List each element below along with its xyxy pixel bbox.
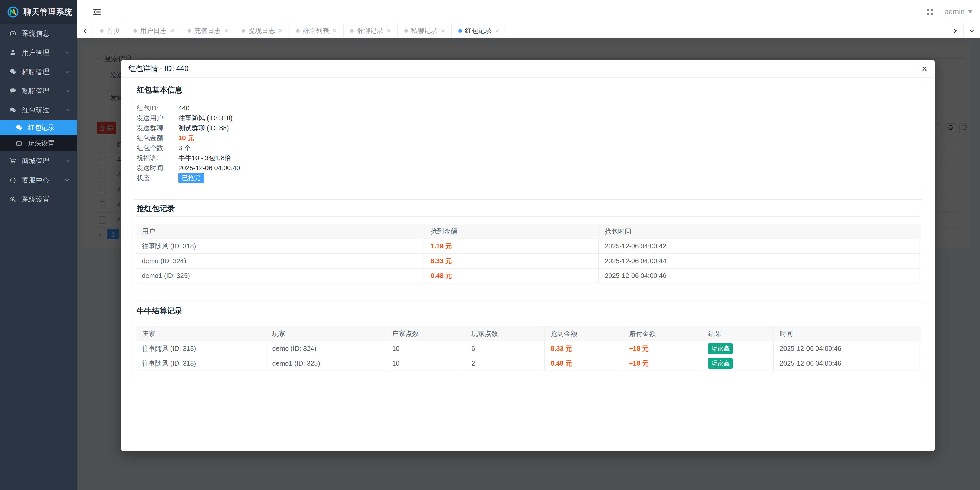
logo: 聊天管理系统 [0, 0, 77, 24]
chevron-up-icon [64, 107, 70, 113]
table-cell: 2025-12-06 04:00:44 [598, 254, 920, 268]
sidebar-item-私聊管理[interactable]: 私聊管理 [0, 81, 77, 101]
field-value: 往事随风 (ID: 318) [178, 114, 232, 123]
tab-close-icon[interactable]: × [333, 27, 337, 35]
tab-close-icon[interactable]: × [441, 27, 445, 35]
tab-close-icon[interactable]: × [170, 27, 174, 35]
tab-close-icon[interactable]: × [224, 27, 228, 35]
tab-充值日志[interactable]: 充值日志× [181, 24, 235, 38]
tab-私聊记录[interactable]: 私聊记录× [398, 24, 452, 38]
table-cell: 2025-12-06 04:00:46 [773, 356, 920, 371]
tab-首页[interactable]: 首页 [94, 24, 127, 38]
column-header: 用户 [136, 224, 425, 239]
table-cell: demo1 (ID: 325) [266, 356, 386, 371]
table-cell: 往事随风 (ID: 318) [136, 239, 425, 254]
table-cell: 10 [386, 341, 465, 356]
tabs-scroll-left-button[interactable] [77, 24, 94, 38]
tab-红包记录[interactable]: 红包记录× [452, 24, 506, 38]
niuniu-records-card: 牛牛结算记录 庄家玩家庄家点数玩家点数抢到金额赔付金额结果时间往事随风 (ID:… [132, 302, 924, 380]
sidebar-item-商城管理[interactable]: 商城管理 [0, 151, 77, 171]
tab-dot [100, 29, 103, 33]
field-label: 状态: [137, 174, 178, 182]
sidebar-item-系统信息[interactable]: 系统信息 [0, 24, 77, 43]
sidebar-item-label: 客服中心 [22, 176, 64, 185]
admin-label: admin [945, 8, 965, 16]
sidebar-item-label: 群聊管理 [22, 67, 64, 77]
column-header: 玩家点数 [465, 327, 544, 341]
sidebar-subitem-红包记录[interactable]: 红包记录 [0, 120, 77, 136]
tab-dot [188, 29, 191, 33]
tab-close-icon[interactable]: × [495, 27, 499, 35]
sidebar-item-用户管理[interactable]: 用户管理 [0, 43, 77, 62]
sidebar-item-红包玩法[interactable]: 红包玩法 [0, 101, 77, 120]
tabs-dropdown-button[interactable] [963, 24, 980, 38]
sidebar-subitem-label: 玩法设置 [28, 139, 70, 148]
modal-header: 红包详情 - ID: 440 × [121, 60, 935, 78]
tabs-scroll-right-button[interactable] [947, 24, 963, 38]
column-header: 抢到金额 [544, 327, 623, 341]
column-header: 抢包时间 [598, 224, 920, 239]
sidebar-item-系统设置[interactable]: 系统设置 [0, 190, 77, 209]
column-header: 时间 [773, 327, 920, 341]
table-cell: demo (ID: 324) [136, 254, 425, 268]
tab-群聊列表[interactable]: 群聊列表× [290, 24, 344, 38]
field-value: 2025-12-06 04:00:40 [178, 164, 240, 172]
tab-label: 充值日志 [194, 26, 221, 35]
money-value: 0.48 元 [431, 272, 452, 279]
tab-dot [242, 29, 245, 33]
tab-label: 群聊记录 [357, 26, 383, 35]
table-row: 往事随风 (ID: 318)demo1 (ID: 325)1020.48 元+1… [136, 356, 920, 371]
tab-label: 私聊记录 [411, 26, 438, 35]
field-row: 红包ID:440 [137, 103, 924, 113]
list-icon [15, 140, 22, 147]
table-cell: 0.48 元 [544, 356, 623, 371]
comment-icon [9, 87, 16, 94]
tab-close-icon[interactable]: × [387, 27, 391, 35]
tab-用户日志[interactable]: 用户日志× [127, 24, 181, 38]
tab-label: 红包记录 [465, 26, 492, 35]
field-row: 发送群聊:测试群聊 (ID: 88) [137, 123, 924, 133]
money-value: +18 元 [629, 345, 649, 352]
menu-fold-icon[interactable] [93, 8, 101, 16]
topbar-right: admin [926, 8, 980, 16]
table-cell: +18 元 [623, 341, 702, 356]
grab-records-table: 用户抢到金额抢包时间往事随风 (ID: 318)1.19 元2025-12-06… [135, 224, 920, 283]
table-cell: 1.19 元 [425, 239, 598, 254]
tab-label: 群聊列表 [303, 26, 329, 35]
table-cell: 8.33 元 [425, 254, 598, 268]
admin-dropdown[interactable]: admin [945, 8, 972, 16]
cart-icon [9, 157, 16, 164]
comments-icon [15, 124, 22, 131]
headset-icon [9, 177, 16, 184]
sidebar-item-客服中心[interactable]: 客服中心 [0, 171, 77, 190]
tab-群聊记录[interactable]: 群聊记录× [344, 24, 398, 38]
tabbar: 首页用户日志×充值日志×提现日志×群聊列表×群聊记录×私聊记录×红包记录× [77, 24, 980, 38]
table-cell: 2025-12-06 04:00:42 [598, 239, 920, 254]
sidebar-menu: 系统信息用户管理群聊管理私聊管理红包玩法红包记录玩法设置商城管理客服中心系统设置 [0, 24, 77, 490]
chevron-down-icon [64, 88, 70, 94]
table-header-row: 庄家玩家庄家点数玩家点数抢到金额赔付金额结果时间 [136, 327, 920, 341]
field-label: 红包ID: [137, 104, 178, 113]
table-cell: 玩家赢 [702, 356, 773, 371]
money-value: 8.33 元 [431, 257, 452, 265]
chevron-down-icon [64, 49, 70, 56]
field-label: 祝福语: [137, 153, 178, 163]
sidebar-item-群聊管理[interactable]: 群聊管理 [0, 62, 77, 81]
table-cell: 往事随风 (ID: 318) [136, 356, 266, 371]
field-value-money: 10 元 [178, 134, 194, 142]
sidebar-subitem-玩法设置[interactable]: 玩法设置 [0, 136, 77, 151]
table-cell: 2025-12-06 04:00:46 [773, 341, 920, 356]
tab-close-icon[interactable]: × [278, 27, 282, 35]
close-icon[interactable]: × [921, 64, 928, 74]
result-badge: 玩家赢 [708, 343, 733, 354]
tab-提现日志[interactable]: 提现日志× [235, 24, 289, 38]
divider [136, 216, 920, 217]
field-value: 牛牛10 - 3包1.8倍 [178, 153, 231, 163]
table-cell: 8.33 元 [544, 341, 623, 356]
dashboard-icon [9, 30, 16, 37]
chevron-down-icon [64, 158, 70, 164]
field-label: 发送时间: [137, 163, 178, 172]
sidebar-item-label: 系统信息 [22, 29, 70, 38]
fullscreen-icon[interactable] [926, 8, 934, 16]
app-title: 聊天管理系统 [24, 6, 73, 18]
